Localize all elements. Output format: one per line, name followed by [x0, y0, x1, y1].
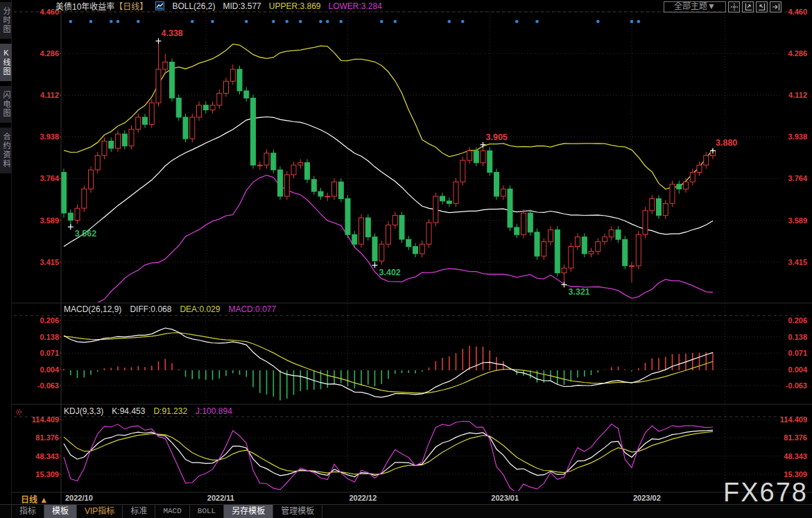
event-dot[interactable]	[116, 20, 120, 24]
y-axis-label: 4.112	[40, 91, 59, 99]
toolbar-item-2[interactable]: 模板	[44, 505, 77, 518]
scale-left-axis-icon[interactable]	[742, 1, 754, 12]
chart-canvas[interactable]: 4.3383.5623.9053.4023.3213.8804.4604.460…	[0, 0, 812, 518]
toolbar-item-7[interactable]: 另存模板	[224, 505, 273, 518]
y-axis-label: -0.063	[37, 381, 59, 390]
y-axis-label: 81.376	[35, 433, 59, 442]
boll-upper-value: UPPER:3.869	[269, 1, 321, 11]
toolbar-item-4[interactable]: 标准	[123, 505, 155, 518]
x-axis-month-label: 2022/10	[65, 494, 93, 502]
y-axis-label: 114.409	[32, 415, 59, 424]
event-dot[interactable]	[211, 20, 214, 24]
event-dot[interactable]	[89, 20, 93, 24]
event-dot[interactable]	[299, 20, 302, 24]
period-tag: 【日线】	[114, 2, 148, 12]
macd-pane	[64, 328, 713, 400]
event-dot[interactable]	[137, 20, 140, 24]
toolbar-item-1[interactable]: 指标	[11, 505, 44, 518]
event-dot[interactable]	[596, 20, 600, 24]
y-axis-label: 114.409	[780, 415, 807, 424]
theme-selector-button[interactable]: 全部主题▼	[664, 1, 726, 12]
y-axis-label: 0.206	[788, 316, 807, 325]
app-window: 4.3383.5623.9053.4023.3213.8804.4604.460…	[0, 0, 812, 518]
toolbar-item-3[interactable]: VIP指标	[77, 505, 123, 518]
top-right-controls: 全部主题▼	[664, 1, 781, 12]
event-dot[interactable]	[286, 20, 289, 24]
axis-labels: 4.4604.4604.2864.2864.1124.1123.9383.938…	[32, 8, 808, 502]
y-axis-label: 15.309	[35, 470, 59, 478]
instrument-name: 美债10年收益率	[55, 2, 114, 12]
y-axis-label: 3.415	[788, 258, 807, 266]
event-dot[interactable]	[69, 20, 73, 24]
y-axis-label: 0.004	[788, 365, 807, 374]
y-axis-label: 3.589	[788, 216, 807, 225]
event-dot[interactable]	[380, 20, 383, 24]
y-axis-label: 0.071	[788, 349, 807, 357]
y-axis-label: 3.415	[40, 258, 59, 266]
event-dot[interactable]	[110, 20, 113, 24]
event-dot[interactable]	[191, 20, 194, 24]
instrument-title: 美债10年收益率【日线】	[55, 0, 148, 12]
period-arrow-icon: ▲	[40, 495, 48, 505]
sidebar: 分时图K线图闪电图合约资料	[0, 0, 12, 518]
toolbar-item-8[interactable]: 管理模板	[273, 505, 322, 518]
scale-right-axis-icon[interactable]	[756, 1, 768, 12]
event-dot[interactable]	[535, 20, 539, 24]
kdj-pane	[64, 422, 713, 494]
y-axis-label: 0.004	[40, 365, 59, 374]
event-dot[interactable]	[637, 20, 641, 24]
y-axis-label: 3.764	[788, 174, 807, 182]
y-axis-label: 48.343	[784, 452, 807, 460]
period-selector[interactable]: 日线 ▲	[21, 493, 48, 505]
event-dot[interactable]	[340, 20, 343, 24]
sidebar-tab-2[interactable]: K线图	[0, 44, 12, 81]
indicator-chart-icon[interactable]	[155, 1, 164, 10]
price-annotation-label: 3.562	[75, 229, 96, 239]
y-axis-label: 48.343	[35, 452, 59, 460]
event-dot[interactable]	[272, 20, 275, 24]
y-axis-label: 3.764	[40, 174, 59, 182]
sidebar-tab-3[interactable]: 闪电图	[0, 86, 12, 123]
kdj-settings-icon[interactable]	[17, 410, 21, 415]
boll-mid-value: MID:3.577	[223, 1, 261, 11]
toolbar-item-5[interactable]: MACD	[155, 505, 189, 518]
event-dot[interactable]	[319, 20, 322, 24]
event-dot[interactable]	[630, 20, 634, 24]
y-axis-label: 0.206	[40, 316, 59, 325]
toolbar-item-6[interactable]: BOLL	[190, 505, 224, 518]
x-axis-month-label: 2022/11	[207, 494, 234, 502]
y-axis-label: 0.071	[40, 349, 59, 357]
boll-label: BOLL(26,2)	[172, 1, 215, 11]
event-dot[interactable]	[448, 20, 451, 24]
y-axis-label: 0.138	[40, 333, 59, 341]
event-dot-row	[69, 20, 641, 24]
price-annotation-label: 3.321	[569, 287, 590, 297]
price-annotation-label: 3.880	[716, 138, 737, 148]
boll-lower-value: LOWER:3.284	[329, 1, 382, 11]
event-dot[interactable]	[461, 20, 465, 24]
period-label: 日线	[21, 495, 37, 505]
watermark: FX678	[723, 478, 808, 508]
sidebar-tab-4[interactable]: 合约资料	[0, 128, 12, 173]
y-axis-label: 0.138	[788, 333, 807, 341]
y-axis-label: 4.286	[40, 49, 59, 58]
y-axis-label: 4.112	[788, 91, 807, 99]
event-dot[interactable]	[326, 20, 329, 24]
y-axis-label: 3.938	[40, 132, 59, 141]
bottom-toolbar: 指标模板VIP指标标准MACDBOLL另存模板管理模板	[0, 504, 812, 518]
sidebar-tab-1[interactable]: 分时图	[0, 2, 12, 39]
price-annotation-label: 3.402	[379, 268, 401, 277]
pan-tool-icon[interactable]	[728, 1, 740, 12]
event-dot[interactable]	[245, 20, 248, 24]
x-axis-month-label: 2023/02	[633, 494, 661, 502]
event-dot[interactable]	[394, 20, 397, 24]
pane-dividers	[12, 12, 812, 504]
y-axis-label: 4.460	[788, 8, 807, 16]
shift-right-icon[interactable]	[770, 1, 781, 12]
y-axis-label: 3.938	[788, 132, 807, 141]
main-price-pane	[62, 41, 716, 343]
price-annotation-label: 4.338	[162, 28, 183, 38]
gridlines	[14, 12, 807, 492]
event-dot[interactable]	[515, 20, 519, 24]
price-annotation-label: 3.905	[486, 132, 508, 142]
